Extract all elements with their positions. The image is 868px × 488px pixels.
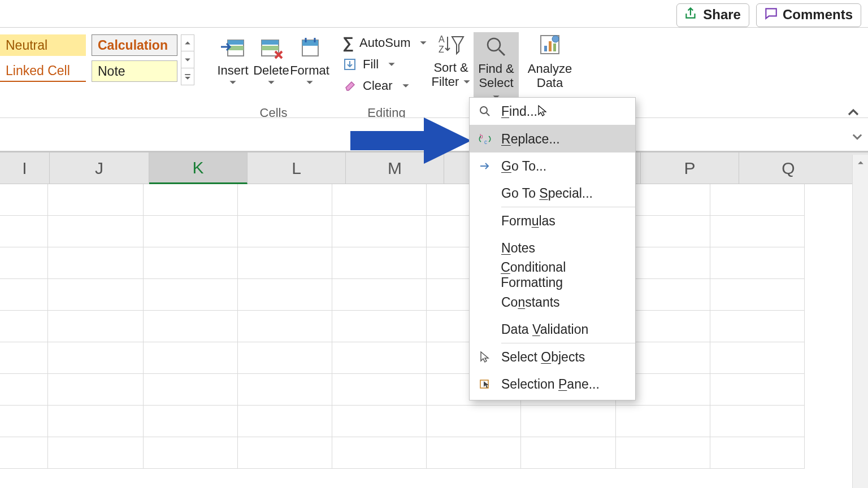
- cell[interactable]: [616, 406, 710, 437]
- style-note[interactable]: Note: [92, 60, 177, 82]
- cell[interactable]: [0, 342, 48, 373]
- cell[interactable]: [332, 279, 427, 310]
- comments-button[interactable]: Comments: [756, 3, 861, 27]
- gallery-scroll-down[interactable]: [181, 51, 194, 68]
- cell[interactable]: [48, 184, 144, 215]
- col-header-L[interactable]: L: [248, 152, 346, 184]
- cell[interactable]: [710, 437, 805, 468]
- cell[interactable]: [0, 184, 48, 215]
- clear-button[interactable]: Clear: [339, 75, 427, 97]
- cell[interactable]: [48, 406, 144, 437]
- style-linked-cell[interactable]: Linked Cell: [0, 60, 86, 82]
- cell[interactable]: [0, 279, 48, 310]
- cell[interactable]: [427, 437, 521, 468]
- cell[interactable]: [710, 406, 805, 437]
- cell[interactable]: [332, 374, 427, 405]
- cell[interactable]: [710, 247, 805, 278]
- gallery-scroll-up[interactable]: [181, 34, 194, 51]
- sort-filter-button[interactable]: AZ Sort &Filter: [429, 32, 472, 98]
- scroll-up-button[interactable]: [853, 155, 868, 171]
- cell[interactable]: [710, 342, 805, 373]
- cell[interactable]: [48, 279, 144, 310]
- col-header-Q[interactable]: Q: [739, 152, 837, 184]
- find-select-button[interactable]: Find &Select: [474, 32, 519, 98]
- cell[interactable]: [48, 247, 144, 278]
- cell[interactable]: [238, 406, 332, 437]
- cell[interactable]: [332, 216, 427, 247]
- cell[interactable]: [238, 184, 332, 215]
- cell[interactable]: [332, 247, 427, 278]
- cell[interactable]: [427, 406, 521, 437]
- delete-button[interactable]: Delete: [252, 32, 290, 99]
- menu-selection-pane[interactable]: Selection Pane...: [470, 371, 635, 398]
- cell[interactable]: [48, 216, 144, 247]
- menu-conditional-formatting[interactable]: Conditional Formatting: [470, 262, 635, 289]
- cell[interactable]: [144, 247, 238, 278]
- cell[interactable]: [0, 437, 48, 468]
- grid-row[interactable]: [0, 437, 805, 469]
- cell[interactable]: [332, 184, 427, 215]
- grid-row[interactable]: [0, 216, 805, 247]
- share-button[interactable]: Share: [676, 3, 749, 27]
- cell[interactable]: [521, 406, 615, 437]
- cell[interactable]: [332, 311, 427, 342]
- cell[interactable]: [332, 342, 427, 373]
- formula-bar-expand[interactable]: [852, 132, 862, 144]
- menu-goto[interactable]: Go To...: [470, 152, 635, 180]
- menu-formulas[interactable]: Formulas: [470, 207, 635, 234]
- cell[interactable]: [332, 437, 427, 468]
- cell[interactable]: [710, 311, 805, 342]
- cell[interactable]: [48, 342, 144, 373]
- menu-notes[interactable]: Notes: [470, 234, 635, 262]
- cell[interactable]: [0, 406, 48, 437]
- grid-row[interactable]: [0, 311, 805, 342]
- cell[interactable]: [48, 311, 144, 342]
- menu-constants[interactable]: Constants: [470, 289, 635, 316]
- cell[interactable]: [332, 406, 427, 437]
- grid-row[interactable]: [0, 279, 805, 311]
- menu-select-objects[interactable]: Select Objects: [470, 343, 635, 371]
- cell[interactable]: [238, 311, 332, 342]
- cell[interactable]: [0, 247, 48, 278]
- cell[interactable]: [616, 437, 710, 468]
- gallery-more[interactable]: [181, 68, 194, 85]
- cell[interactable]: [144, 342, 238, 373]
- cell[interactable]: [521, 437, 615, 468]
- grid-row[interactable]: [0, 406, 805, 437]
- grid-row[interactable]: [0, 342, 805, 374]
- insert-button[interactable]: Insert: [214, 32, 252, 99]
- cell[interactable]: [710, 184, 805, 215]
- cell[interactable]: [144, 406, 238, 437]
- cell[interactable]: [144, 311, 238, 342]
- cell[interactable]: [238, 342, 332, 373]
- cell[interactable]: [144, 279, 238, 310]
- fill-button[interactable]: Fill: [339, 54, 427, 75]
- cell[interactable]: [710, 374, 805, 405]
- cell[interactable]: [238, 247, 332, 278]
- menu-data-validation[interactable]: Data Validation: [470, 316, 635, 343]
- cell[interactable]: [48, 374, 144, 405]
- cell[interactable]: [0, 311, 48, 342]
- col-header-P[interactable]: P: [641, 152, 739, 184]
- cell[interactable]: [144, 374, 238, 405]
- vertical-scrollbar[interactable]: [852, 155, 868, 488]
- cell[interactable]: [144, 184, 238, 215]
- cell[interactable]: [48, 437, 144, 468]
- cell[interactable]: [144, 437, 238, 468]
- style-neutral[interactable]: Neutral: [0, 34, 86, 56]
- cell[interactable]: [144, 216, 238, 247]
- cell[interactable]: [238, 216, 332, 247]
- grid-row[interactable]: [0, 184, 805, 216]
- style-calculation[interactable]: Calculation: [92, 34, 177, 56]
- spreadsheet-grid[interactable]: [0, 184, 805, 488]
- cell[interactable]: [0, 216, 48, 247]
- format-button[interactable]: Format: [290, 32, 329, 99]
- cell[interactable]: [710, 279, 805, 310]
- cell[interactable]: [710, 216, 805, 247]
- cell[interactable]: [238, 279, 332, 310]
- menu-find[interactable]: Find...: [470, 98, 635, 125]
- grid-row[interactable]: [0, 374, 805, 406]
- grid-row[interactable]: [0, 247, 805, 279]
- cell[interactable]: [0, 374, 48, 405]
- menu-goto-special[interactable]: Go To Special...: [470, 180, 635, 207]
